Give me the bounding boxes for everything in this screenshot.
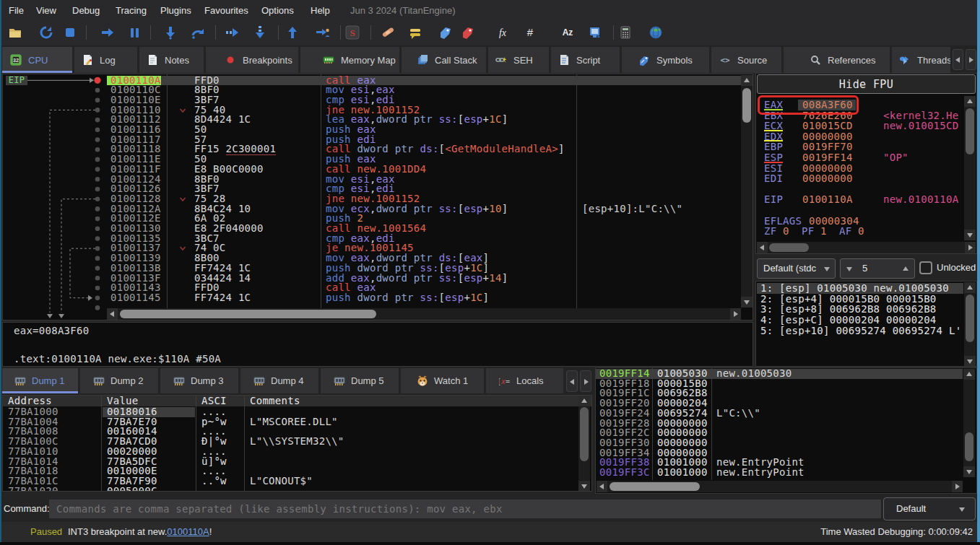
disasm-horizontal-scrollbar[interactable] <box>107 308 741 320</box>
argument-row[interactable]: 2: [esp+4] 000015B0 000015B0 <box>757 294 963 305</box>
tab-notes[interactable]: Notes <box>139 47 204 73</box>
register-row[interactable]: ECX010015CDnew.010015CD <box>756 121 976 131</box>
menu-view[interactable]: View <box>33 0 59 21</box>
execute-till-return-button[interactable] <box>283 23 302 42</box>
tab-threads[interactable]: Threads <box>892 47 950 73</box>
scroll-up-button[interactable] <box>578 396 590 406</box>
scroll-left-button[interactable] <box>597 481 607 492</box>
dump-row[interactable]: 77BA10200005000C <box>3 487 577 492</box>
calling-convention-dropdown[interactable]: Default (stdc <box>757 258 836 279</box>
scroll-down-button[interactable] <box>964 230 976 240</box>
dump-row[interactable]: 77BA101000020000.... <box>3 447 577 457</box>
register-row[interactable]: EBP0019FF70 <box>756 141 976 152</box>
open-button[interactable] <box>6 23 25 42</box>
arguments-vertical-scrollbar[interactable] <box>964 282 976 367</box>
analysis-button[interactable]: # <box>521 23 539 42</box>
scroll-thumb[interactable] <box>610 482 700 491</box>
register-row[interactable]: EIP0100110Anew.0100110A <box>756 194 976 205</box>
scroll-left-button[interactable] <box>757 242 768 253</box>
scroll-thumb[interactable] <box>966 108 974 154</box>
stack-row[interactable]: 0019FF1401005030new.01005030 <box>596 369 963 379</box>
registers-vertical-scrollbar[interactable] <box>964 96 976 240</box>
registers-horizontal-scrollbar[interactable] <box>757 242 976 253</box>
command-input[interactable] <box>49 500 881 518</box>
menu-help[interactable]: Help <box>308 0 333 21</box>
dump-tab-locals[interactable]: [x=]Locals <box>486 368 563 393</box>
functions-button[interactable]: fx <box>493 23 512 42</box>
comment-button[interactable] <box>406 23 425 42</box>
stack-row[interactable]: 0019FF3C01001000new.EntryPoint <box>596 468 963 478</box>
source-mode-button[interactable]: S <box>343 23 362 42</box>
disasm-vertical-scrollbar[interactable] <box>741 75 753 308</box>
dump-tab-dump-4[interactable]: Dump 4 <box>240 368 318 393</box>
command-profile-dropdown[interactable]: Default <box>883 497 976 520</box>
register-row[interactable]: ESI00000000 <box>756 163 976 174</box>
argument-row[interactable]: 1: [esp] 01005030 new.01005030 <box>757 283 963 294</box>
tab-source[interactable]: <>Source <box>711 47 781 73</box>
scroll-thumb[interactable] <box>742 88 751 123</box>
argument-row[interactable]: 4: [esp+C] 00000204 00000204 <box>757 315 963 326</box>
dump-vertical-scrollbar[interactable] <box>578 396 590 492</box>
pause-button[interactable] <box>125 23 144 42</box>
status-address-link[interactable]: 0100110A <box>167 526 209 537</box>
tab-log[interactable]: Log <box>74 47 137 73</box>
dump-tab-scroll-left-button[interactable] <box>566 370 578 392</box>
dump-tab-dump-1[interactable]: Dump 1 <box>2 368 78 393</box>
dump-row[interactable]: 77BA100C77BA7CD0Ð|°wL"\\SYSTEM32\\" <box>3 437 577 447</box>
tab-references[interactable]: References <box>784 47 890 73</box>
tab-seh[interactable]: SEH <box>488 47 549 73</box>
bookmarks-button[interactable] <box>459 23 477 42</box>
dump-row[interactable]: 77BA100477BA7E70p~°wL"MSCOREE.DLL" <box>3 417 577 427</box>
scroll-right-button[interactable] <box>965 242 976 253</box>
scroll-up-button[interactable] <box>964 96 976 107</box>
scroll-up-button[interactable] <box>741 75 753 86</box>
dump-row[interactable]: 77BA101C77BA7F90..°wL"CONOUT$" <box>3 476 577 487</box>
dump-tab-dump-5[interactable]: Dump 5 <box>321 368 399 393</box>
scroll-thumb[interactable] <box>120 310 376 318</box>
register-row[interactable]: EDI00000000 <box>756 173 976 184</box>
patches-button[interactable] <box>378 23 397 42</box>
tab-cpu[interactable]: 32CPU <box>2 47 72 73</box>
stack-horizontal-scrollbar[interactable] <box>597 481 963 492</box>
scroll-thumb[interactable] <box>580 407 589 461</box>
tab-symbols[interactable]: Symbols <box>622 47 709 73</box>
tab-call-stack[interactable]: Call Stack <box>402 47 486 73</box>
scroll-down-button[interactable] <box>963 466 975 477</box>
modules-button[interactable] <box>586 23 604 42</box>
run-button[interactable] <box>98 23 117 42</box>
register-row[interactable]: ESP0019FF14"OP" <box>756 152 976 163</box>
argument-row[interactable]: 3: [esp+8] 006962B8 006962B8 <box>757 304 963 315</box>
tab-breakpoints[interactable]: Breakpoints <box>206 47 298 73</box>
menu-options[interactable]: Options <box>259 0 297 21</box>
tab-memory-map[interactable]: Memory Map <box>300 47 399 73</box>
labels-button[interactable] <box>436 23 455 42</box>
dump-row[interactable]: 77BA101477BA5DFCü]°w <box>3 457 577 467</box>
tab-scroll-right-button[interactable] <box>966 49 976 70</box>
step-over-button[interactable] <box>188 23 207 42</box>
disasm-row[interactable]: 01001145FF7424 1Cpush dword ptr ss:[esp+… <box>107 293 741 303</box>
argument-count-spinner[interactable]: 5 <box>840 258 915 279</box>
scroll-up-button[interactable] <box>964 282 976 293</box>
scroll-thumb[interactable] <box>769 243 809 252</box>
tab-script[interactable]: Script <box>551 47 620 73</box>
menu-debug[interactable]: Debug <box>69 0 103 21</box>
close-button[interactable] <box>61 23 79 42</box>
unlocked-checkbox[interactable] <box>919 261 932 274</box>
register-row[interactable]: ZF0PF1AF0 <box>756 226 976 237</box>
dump-tab-watch-1[interactable]: Watch 1 <box>401 368 484 393</box>
scroll-right-button[interactable] <box>952 481 963 492</box>
scroll-thumb[interactable] <box>966 295 974 342</box>
scroll-up-button[interactable] <box>963 369 975 380</box>
menu-file[interactable]: File <box>6 0 27 21</box>
step-into-button[interactable] <box>161 23 180 42</box>
stack-row[interactable]: 0019FF2000000204 <box>596 398 963 409</box>
calculator-button[interactable] <box>616 23 635 42</box>
stack-row[interactable]: 0019FF3000000000 <box>596 438 963 448</box>
scroll-thumb[interactable] <box>965 432 974 461</box>
stack-row[interactable]: 0019FF2C00000000 <box>596 428 963 438</box>
trace-into-button[interactable] <box>223 23 242 42</box>
strings-button[interactable]: Aᴢ <box>558 23 577 42</box>
stack-vertical-scrollbar[interactable] <box>963 369 975 477</box>
run-to-user-code-button[interactable] <box>313 23 332 42</box>
dump-tab-dump-2[interactable]: Dump 2 <box>80 368 158 393</box>
